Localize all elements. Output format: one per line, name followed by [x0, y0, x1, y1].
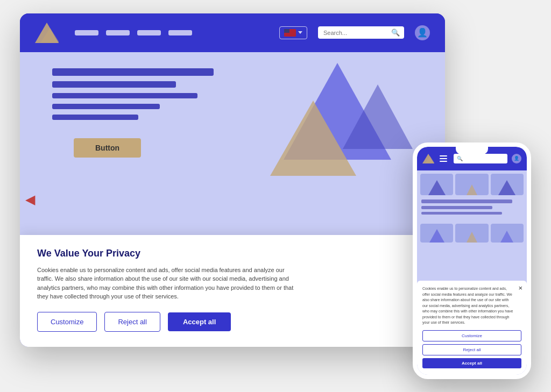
mobile-user-icon[interactable]: 👤 [512, 154, 521, 163]
content-line-2 [52, 81, 176, 88]
desktop-mockup: 🔍 👤 ◀ Button [20, 13, 445, 347]
nav-link-1[interactable] [75, 30, 98, 35]
content-line-4 [52, 104, 160, 109]
content-text-lines [52, 68, 214, 125]
nav-link-2[interactable] [106, 30, 130, 35]
mobile-mockup: 🔍 👤 [413, 142, 531, 379]
mobile-customize-button[interactable]: Customize [422, 330, 521, 341]
mobile-cookie-close-button[interactable]: × [518, 284, 522, 292]
content-line-5 [52, 115, 138, 120]
mobile-cards-row-2 [417, 222, 527, 243]
mobile-notch [456, 147, 488, 154]
nav-link-4[interactable] [168, 30, 192, 35]
mobile-small-tri-icon [429, 229, 444, 243]
mobile-card-2 [455, 174, 488, 195]
mobile-card-4 [420, 224, 453, 243]
mobile-line-2 [421, 206, 492, 209]
search-bar[interactable]: 🔍 [318, 26, 404, 39]
cookie-banner-desktop: × We Value Your Privacy Cookies enable u… [20, 235, 445, 347]
mobile-card-triangle3-icon [498, 180, 515, 195]
mobile-card-3 [491, 174, 524, 195]
mobile-search-bar[interactable]: 🔍 [454, 154, 507, 163]
customize-button[interactable]: Customize [37, 312, 97, 332]
cookie-title: We Value Your Privacy [37, 248, 428, 259]
language-selector[interactable] [279, 26, 307, 39]
mobile-line-1 [421, 199, 512, 203]
mobile-cookie-body-text: Cookies enable us to personalize content… [422, 286, 521, 326]
user-icon[interactable]: 👤 [415, 25, 430, 40]
mobile-cookie-banner: × Cookies enable us to personalize conte… [417, 281, 527, 375]
accept-all-button[interactable]: Accept all [168, 312, 231, 331]
mobile-line-3 [421, 212, 502, 215]
content-line-1 [52, 68, 214, 76]
desktop-logo-icon [35, 23, 59, 43]
mobile-reject-all-button[interactable]: Reject all [422, 344, 521, 355]
flag-icon [284, 29, 296, 37]
reject-all-button[interactable]: Reject all [104, 312, 160, 332]
mobile-cookie-buttons: Customize Reject all Accept all [422, 330, 521, 368]
nav-link-3[interactable] [137, 30, 161, 35]
cookie-buttons: Customize Reject all Accept all [37, 312, 428, 332]
mobile-search-icon: 🔍 [457, 156, 463, 161]
mobile-inner: 🔍 👤 [417, 147, 527, 375]
mobile-text-lines [417, 195, 527, 222]
hamburger-menu-icon[interactable] [437, 153, 449, 164]
cta-button[interactable]: Button [74, 138, 141, 158]
chevron-down-icon [298, 31, 302, 34]
search-icon: 🔍 [391, 28, 400, 37]
cookie-body-text: Cookies enable us to personalize content… [37, 266, 295, 301]
mobile-small-tri2-icon [467, 232, 477, 243]
mobile-accept-all-button[interactable]: Accept all [422, 358, 521, 368]
search-input[interactable] [323, 30, 388, 36]
mobile-card-6 [491, 224, 524, 243]
desktop-content: ◀ Button × We Value Your Privacy Cookies… [20, 52, 445, 347]
mobile-card-5 [455, 224, 488, 243]
desktop-navbar: 🔍 👤 [20, 13, 445, 52]
nav-links [75, 30, 192, 35]
mobile-content: × Cookies enable us to personalize conte… [417, 170, 527, 375]
mobile-logo-icon [422, 154, 433, 163]
content-line-3 [52, 93, 197, 98]
triangle-tan-icon [270, 101, 356, 176]
mobile-small-tri3-icon [500, 231, 513, 243]
mobile-card-triangle-icon [428, 180, 446, 195]
mobile-cards-row-1 [417, 170, 527, 195]
scene: 🔍 👤 ◀ Button [20, 13, 531, 379]
mobile-card-triangle2-icon [467, 184, 477, 195]
left-arrow-icon[interactable]: ◀ [25, 192, 35, 207]
mobile-card-1 [420, 174, 453, 195]
